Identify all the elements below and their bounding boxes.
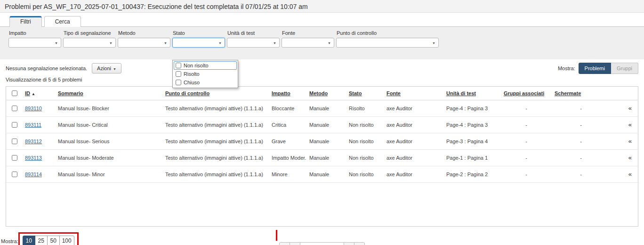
tab-filtri[interactable]: Filtri — [9, 16, 42, 27]
filter-panel: Impatto ▼ Tipo di segnalazione ▼ Metodo … — [0, 26, 644, 59]
cell-stato: Risolto — [346, 100, 384, 116]
tipo-di-segnalazione-select[interactable]: ▼ — [63, 38, 116, 48]
issue-id-link[interactable]: 893114 — [25, 172, 42, 177]
chevron-down-icon: ▼ — [328, 41, 331, 44]
collapse-row-icon[interactable]: « — [628, 105, 632, 112]
cell-punto-di-controllo: Testo alternativo (immagini attive) (1.1… — [162, 133, 269, 149]
tab-cerca[interactable]: Cerca — [44, 16, 81, 27]
row-checkbox[interactable] — [12, 122, 17, 128]
sort-header-metodo[interactable]: Metodo — [309, 90, 328, 96]
filter-group-punto-di-controllo: Punto di controllo ▼ — [336, 30, 439, 59]
page-size-10-button[interactable]: 10 — [23, 236, 35, 245]
cell-schermate: - — [552, 149, 610, 166]
collapse-row-icon[interactable]: « — [628, 171, 632, 178]
impatto-select[interactable]: ▼ — [8, 38, 61, 48]
select-all-checkbox[interactable] — [12, 90, 17, 96]
next-page-button[interactable]: › — [344, 242, 354, 245]
table-row: 893114Manual Issue- MinorTesto alternati… — [6, 166, 638, 182]
issues-table: ID▲ Sommario Punto di controllo Impatto … — [6, 87, 638, 183]
collapse-row-icon[interactable]: « — [628, 121, 632, 128]
table-row: 893111Manual Issue- CriticalTesto altern… — [6, 116, 638, 133]
collapse-row-icon[interactable]: « — [628, 138, 632, 145]
sort-header-fonte[interactable]: Fonte — [386, 90, 401, 96]
dropdown-option-risolto[interactable]: Risolto — [174, 70, 237, 78]
sort-header-schermate[interactable]: Schermate — [555, 90, 581, 96]
sort-ascending-icon: ▲ — [32, 92, 35, 96]
cell-unita-di-test: Page-2 : Pagina 2 — [443, 166, 501, 182]
row-checkbox[interactable] — [12, 139, 17, 144]
cell-gruppi-associati: - — [501, 133, 552, 149]
cell-punto-di-controllo: Testo alternativo (immagini attive) (1.1… — [162, 166, 269, 182]
first-page-button[interactable]: « — [279, 242, 290, 245]
filter-group-unita-di-test: Unità di test ▼ — [227, 30, 280, 59]
sort-header-impatto[interactable]: Impatto — [272, 90, 290, 96]
row-checkbox[interactable] — [12, 172, 17, 177]
last-page-button[interactable]: » — [354, 242, 365, 245]
table-row: 893110Manual Issue- BlockerTesto alterna… — [6, 100, 638, 116]
non-risolto-checkbox[interactable] — [176, 63, 181, 68]
previous-page-button[interactable]: ‹ — [290, 242, 300, 245]
collapse-row-icon[interactable]: « — [628, 154, 632, 161]
annotation-box-page-size: 102550100 — [18, 232, 79, 245]
page-size-50-button[interactable]: 50 — [47, 236, 60, 245]
cell-schermate: - — [552, 133, 610, 149]
chevron-down-icon: ▼ — [109, 41, 113, 44]
page-size-25-button[interactable]: 25 — [35, 236, 48, 245]
cell-punto-di-controllo: Testo alternativo (immagini attive) (1.1… — [162, 100, 269, 116]
filter-label-punto: Punto di controllo — [337, 30, 439, 36]
issue-id-link[interactable]: 893112 — [25, 139, 42, 144]
cell-punto-di-controllo: Testo alternativo (immagini attive) (1.1… — [162, 116, 269, 133]
cell-unita-di-test: Page-3 : Pagina 4 — [443, 133, 501, 149]
cell-metodo: Manuale — [306, 100, 346, 116]
cell-stato: Non risolto — [346, 149, 384, 166]
footer-bar: Mostra: 102550100 « ‹ Pagina 1 di 1 › » — [0, 229, 644, 245]
toggle-gruppi-button[interactable]: Gruppi — [611, 63, 638, 74]
dropdown-option-chiuso[interactable]: Chiuso — [174, 78, 237, 87]
page-size-label: Mostra: — [1, 238, 18, 244]
sort-header-gruppi-associati[interactable]: Gruppi associati — [504, 90, 544, 96]
filter-group-metodo: Metodo ▼ — [118, 30, 170, 59]
sort-header-unita-di-test[interactable]: Unità di test — [446, 90, 476, 96]
unita-di-test-select[interactable]: ▼ — [227, 38, 280, 48]
stato-select[interactable]: ▼ — [172, 38, 225, 48]
pagination-control: « ‹ Pagina 1 di 1 › » — [276, 231, 368, 245]
issue-id-link[interactable]: 893111 — [25, 122, 41, 128]
risolto-checkbox[interactable] — [176, 71, 181, 77]
filter-group-impatto: Impatto ▼ — [8, 30, 61, 59]
toggle-problemi-button[interactable]: Problemi — [579, 63, 611, 74]
page-size-100-button[interactable]: 100 — [59, 236, 74, 245]
cell-metodo: Manuale — [306, 149, 346, 166]
chevron-down-icon: ▼ — [432, 41, 435, 44]
sort-header-stato[interactable]: Stato — [349, 90, 362, 96]
row-checkbox[interactable] — [12, 106, 17, 111]
issue-id-link[interactable]: 893110 — [25, 106, 42, 111]
cell-sommario: Manual Issue- Blocker — [55, 100, 162, 116]
cell-stato: Non risolto — [346, 116, 384, 133]
fonte-select[interactable]: ▼ — [282, 38, 334, 48]
azioni-button[interactable]: Azioni▼ — [92, 63, 121, 74]
cell-gruppi-associati: - — [501, 149, 552, 166]
cell-schermate: - — [552, 166, 610, 182]
cell-fonte: axe Auditor — [384, 133, 443, 149]
punto-di-controllo-select[interactable]: ▼ — [336, 38, 439, 48]
dropdown-option-label: Chiuso — [184, 80, 200, 85]
issues-tbody: 893110Manual Issue- BlockerTesto alterna… — [6, 100, 638, 182]
cell-stato: Non risolto — [346, 166, 384, 182]
filter-group-tipo-di-segnalazione: Tipo di segnalazione ▼ — [63, 30, 116, 59]
cell-metodo: Manuale — [306, 133, 346, 149]
page-indicator: Pagina 1 di 1 — [300, 242, 344, 245]
sort-header-sommario[interactable]: Sommario — [58, 90, 83, 96]
chiuso-checkbox[interactable] — [176, 80, 181, 85]
metodo-select[interactable]: ▼ — [118, 38, 170, 48]
filter-label-metodo: Metodo — [118, 30, 170, 36]
sort-header-punto-di-controllo[interactable]: Punto di controllo — [165, 90, 209, 96]
dropdown-option-non-risolto[interactable]: Non risolto — [174, 61, 237, 70]
view-toggle: Problemi Gruppi — [579, 63, 638, 74]
page-size-buttons: 102550100 — [20, 234, 77, 245]
issue-id-link[interactable]: 893113 — [25, 155, 42, 161]
row-checkbox[interactable] — [12, 155, 17, 161]
sort-header-id[interactable]: ID — [25, 90, 30, 96]
filter-label-impatto: Impatto — [9, 30, 61, 36]
chevron-down-icon: ▼ — [55, 41, 58, 44]
issues-table-container: ID▲ Sommario Punto di controllo Impatto … — [6, 86, 638, 227]
